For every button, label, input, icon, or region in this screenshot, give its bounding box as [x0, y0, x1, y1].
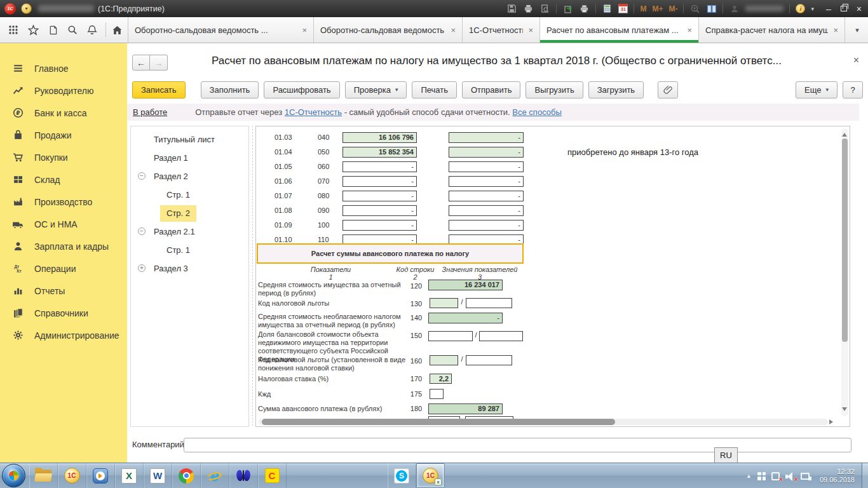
- taskbar-chrome-button[interactable]: [172, 463, 201, 488]
- nav-item-section2-page-1[interactable]: Стр. 1: [131, 186, 248, 204]
- close-tab-icon[interactable]: ×: [528, 25, 533, 35]
- scroll-right-arrow-icon[interactable]: [829, 419, 836, 424]
- send-button[interactable]: Отправить: [462, 81, 520, 98]
- advance-sum-field[interactable]: 89 287: [428, 403, 503, 414]
- sidebar-item-spravochniki[interactable]: Справочники: [0, 302, 127, 324]
- sidebar-item-rukovoditelyu[interactable]: Руководителю: [0, 79, 127, 102]
- notifications-bell-icon[interactable]: [86, 24, 98, 36]
- memory-m-button[interactable]: M: [640, 4, 646, 13]
- grid-value-field[interactable]: -: [342, 176, 417, 187]
- taskbar-1c-button[interactable]: 1С: [58, 463, 86, 488]
- network-icon[interactable]: [801, 473, 810, 480]
- grid-value-field[interactable]: 15 852 354: [342, 147, 417, 158]
- horizontal-scrollbar[interactable]: [259, 419, 828, 425]
- zoom-icon[interactable]: [689, 3, 700, 14]
- grid-value2-field[interactable]: -: [449, 191, 524, 201]
- tax-rate-field[interactable]: 2,2: [430, 374, 452, 384]
- attachment-button[interactable]: [658, 81, 678, 98]
- nav-item-section-2[interactable]: −Раздел 2: [131, 167, 248, 186]
- nav-item-section2-page-2[interactable]: Стр. 2: [131, 204, 248, 222]
- share-numerator-field[interactable]: [428, 331, 473, 341]
- safely-remove-icon[interactable]: ×: [771, 472, 780, 480]
- expand-icon[interactable]: +: [138, 264, 146, 272]
- 1c-otchetnost-link[interactable]: 1С-Отчетность: [285, 107, 342, 117]
- taskbar-media-player-button[interactable]: [86, 463, 115, 488]
- tab-overflow-button[interactable]: ▾: [846, 17, 868, 43]
- taskbar-skype-button[interactable]: S: [388, 463, 416, 488]
- nav-item-section21-page-1[interactable]: Стр. 1: [131, 241, 248, 259]
- grid-value-field[interactable]: -: [342, 191, 417, 201]
- tab-osv-2[interactable]: Оборотно-сальдовая ведомость ... ×: [314, 17, 463, 43]
- more-button[interactable]: Еще▾: [796, 81, 837, 98]
- tab-osv-1[interactable]: Оборотно-сальдовая ведомость ... ×: [128, 17, 314, 43]
- fill-button[interactable]: Заполнить: [201, 81, 259, 98]
- tray-clock[interactable]: 12:32 09.06.2018: [815, 468, 855, 484]
- favorites-star-icon[interactable]: [27, 24, 39, 36]
- taskbar-butterfly-button[interactable]: [229, 463, 258, 488]
- info-caret-icon[interactable]: ▾: [811, 6, 814, 12]
- export-button[interactable]: Выгрузить: [526, 81, 583, 98]
- close-tab-icon[interactable]: ×: [302, 25, 307, 35]
- print-icon[interactable]: [523, 3, 534, 14]
- taskbar-explorer-button[interactable]: [29, 463, 58, 488]
- sidebar-item-zarplata-i-kadry[interactable]: Зарплата и кадры: [0, 235, 127, 257]
- history-icon[interactable]: [47, 24, 58, 36]
- grid-value-field[interactable]: -: [342, 205, 417, 216]
- grid-value2-field[interactable]: -: [449, 220, 524, 231]
- print-button[interactable]: Печать: [412, 81, 457, 98]
- scroll-down-arrow-icon[interactable]: [842, 407, 847, 414]
- vertical-scrollbar[interactable]: [841, 128, 848, 416]
- grid-value-field[interactable]: -: [342, 161, 417, 172]
- copy-link-icon[interactable]: [562, 3, 573, 14]
- close-report-button[interactable]: ×: [853, 55, 859, 66]
- share-denominator-field[interactable]: [479, 331, 523, 341]
- show-desktop-button[interactable]: [862, 463, 868, 488]
- action-center-icon[interactable]: [757, 472, 766, 480]
- search-icon[interactable]: [67, 24, 78, 36]
- volume-muted-icon[interactable]: ×: [785, 472, 795, 480]
- tab-spravka-raschet[interactable]: Справка-расчет налога на имущ... ×: [699, 17, 845, 43]
- menu-grid-icon[interactable]: [8, 24, 19, 36]
- scrollbar-thumb[interactable]: [842, 139, 848, 342]
- sidebar-item-otchety[interactable]: Отчеты: [0, 280, 127, 302]
- start-button[interactable]: [2, 464, 25, 487]
- grid-value-field[interactable]: 16 106 796: [342, 132, 417, 143]
- calc-value-field[interactable]: -: [428, 313, 503, 323]
- decrypt-button[interactable]: Расшифровать: [264, 81, 339, 98]
- sidebar-item-os-i-nma[interactable]: ОС и НМА: [0, 213, 127, 235]
- nav-item-section-3[interactable]: +Раздел 3: [131, 259, 248, 278]
- taskbar-consultant-button[interactable]: C: [258, 463, 287, 488]
- collapse-icon[interactable]: −: [138, 227, 146, 235]
- calculator-icon[interactable]: [602, 3, 613, 14]
- print-document-icon[interactable]: [579, 3, 590, 14]
- check-button[interactable]: Проверка▾: [345, 81, 407, 98]
- taskbar-word-button[interactable]: W: [144, 463, 172, 488]
- benefit-code-field[interactable]: [430, 298, 458, 308]
- all-methods-link[interactable]: Все способы: [512, 107, 561, 117]
- grid-value2-field[interactable]: -: [449, 176, 524, 187]
- print-preview-icon[interactable]: [539, 3, 550, 14]
- sidebar-item-prodazhi[interactable]: Продажи: [0, 124, 127, 146]
- scrollbar-thumb[interactable]: [262, 419, 615, 425]
- sidebar-item-sklad[interactable]: Склад: [0, 168, 127, 191]
- system-menu-button[interactable]: ▾: [21, 3, 32, 14]
- grid-value-field[interactable]: -: [342, 220, 417, 231]
- calc-value-field[interactable]: 16 234 017: [428, 280, 503, 290]
- forward-button[interactable]: →: [150, 55, 168, 71]
- section-header[interactable]: Расчет суммы авансового платежа по налог…: [257, 243, 524, 264]
- sidebar-item-administrirovanie[interactable]: Администрирование: [0, 324, 127, 346]
- language-indicator[interactable]: RU: [714, 447, 738, 463]
- restore-button[interactable]: [841, 6, 847, 11]
- import-button[interactable]: Загрузить: [588, 81, 644, 98]
- sidebar-item-glavnoe[interactable]: Главное: [0, 57, 127, 79]
- comment-input[interactable]: [184, 438, 851, 452]
- user-icon[interactable]: [729, 3, 740, 14]
- save-icon[interactable]: [506, 3, 517, 14]
- help-button[interactable]: ?: [843, 81, 863, 98]
- close-tab-icon[interactable]: ×: [833, 25, 838, 35]
- sidebar-item-pokupki[interactable]: Покупки: [0, 146, 127, 168]
- tab-1c-otchetnost[interactable]: 1С-Отчетность ×: [463, 17, 540, 43]
- taskbar-1c-active-button[interactable]: 1С х: [416, 463, 445, 488]
- nav-item-section-2-1[interactable]: −Раздел 2.1: [131, 222, 248, 241]
- tab-raschet-avans[interactable]: Расчет по авансовым платежам ... ×: [540, 17, 699, 43]
